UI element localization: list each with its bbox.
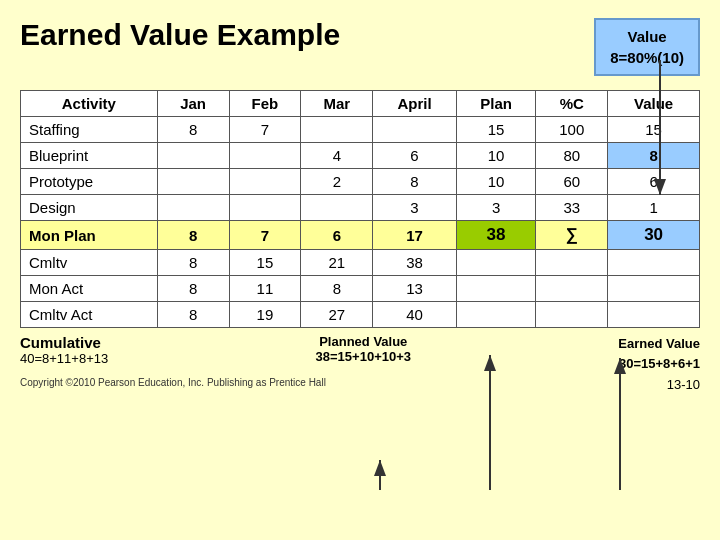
row-prototype-label: Prototype <box>21 169 158 195</box>
slide-number: 13-10 <box>667 377 700 392</box>
row-monplan-value: 30 <box>608 221 700 250</box>
col-april: April <box>373 91 457 117</box>
row-cmltvact-april: 40 <box>373 302 457 328</box>
row-blueprint-april: 6 <box>373 143 457 169</box>
cumulative-value: 40=8+11+8+13 <box>20 351 108 366</box>
row-blueprint-jan <box>157 143 229 169</box>
row-cmltvact-label: Cmltv Act <box>21 302 158 328</box>
value-box: Value 8=80%(10) <box>594 18 700 76</box>
row-cmltv-jan: 8 <box>157 250 229 276</box>
row-monplan-mar: 6 <box>301 221 373 250</box>
row-staffing-jan: 8 <box>157 117 229 143</box>
col-plan: Plan <box>456 91 536 117</box>
row-design-label: Design <box>21 195 158 221</box>
planned-value-line1: Planned Value <box>316 334 411 349</box>
table-row-cmltv: Cmltv 8 15 21 38 <box>21 250 700 276</box>
row-design-jan <box>157 195 229 221</box>
copyright-text: Copyright ©2010 Pearson Education, Inc. … <box>20 377 326 392</box>
table-header-row: Activity Jan Feb Mar April Plan %C Value <box>21 91 700 117</box>
earned-value-line1: Earned Value <box>618 334 700 354</box>
row-cmltvact-value <box>608 302 700 328</box>
row-monact-value <box>608 276 700 302</box>
main-table: Activity Jan Feb Mar April Plan %C Value… <box>20 90 700 328</box>
row-blueprint-feb <box>229 143 301 169</box>
row-cmltvact-mar: 27 <box>301 302 373 328</box>
row-cmltvact-jan: 8 <box>157 302 229 328</box>
row-staffing-mar <box>301 117 373 143</box>
row-prototype-value: 6 <box>608 169 700 195</box>
row-monact-plan <box>456 276 536 302</box>
value-box-line1: Value <box>627 28 666 45</box>
row-cmltvact-pc <box>536 302 608 328</box>
row-design-mar <box>301 195 373 221</box>
row-monplan-april: 17 <box>373 221 457 250</box>
header-row: Earned Value Example Value 8=80%(10) <box>20 18 700 76</box>
row-monplan-jan: 8 <box>157 221 229 250</box>
row-monact-label: Mon Act <box>21 276 158 302</box>
row-monplan-feb: 7 <box>229 221 301 250</box>
row-monact-feb: 11 <box>229 276 301 302</box>
col-feb: Feb <box>229 91 301 117</box>
planned-value-note: Planned Value 38=15+10+10+3 <box>316 334 411 364</box>
col-activity: Activity <box>21 91 158 117</box>
col-pc: %C <box>536 91 608 117</box>
row-blueprint-plan: 10 <box>456 143 536 169</box>
row-monplan-plan: 38 <box>456 221 536 250</box>
row-monact-mar: 8 <box>301 276 373 302</box>
row-cmltv-label: Cmltv <box>21 250 158 276</box>
row-design-pc: 33 <box>536 195 608 221</box>
table-row-mon-plan: Mon Plan 8 7 6 17 38 ∑ 30 <box>21 221 700 250</box>
row-prototype-mar: 2 <box>301 169 373 195</box>
row-prototype-feb <box>229 169 301 195</box>
row-staffing-value: 15 <box>608 117 700 143</box>
row-prototype-jan <box>157 169 229 195</box>
row-prototype-pc: 60 <box>536 169 608 195</box>
row-monact-april: 13 <box>373 276 457 302</box>
table-row: Staffing 8 7 15 100 15 <box>21 117 700 143</box>
row-design-value: 1 <box>608 195 700 221</box>
row-staffing-plan: 15 <box>456 117 536 143</box>
col-value: Value <box>608 91 700 117</box>
row-staffing-april <box>373 117 457 143</box>
row-cmltv-april: 38 <box>373 250 457 276</box>
row-prototype-plan: 10 <box>456 169 536 195</box>
row-staffing-pc: 100 <box>536 117 608 143</box>
row-cmltv-feb: 15 <box>229 250 301 276</box>
row-blueprint-pc: 80 <box>536 143 608 169</box>
row-design-plan: 3 <box>456 195 536 221</box>
col-mar: Mar <box>301 91 373 117</box>
table-row: Design 3 3 33 1 <box>21 195 700 221</box>
table-row-mon-act: Mon Act 8 11 8 13 <box>21 276 700 302</box>
col-jan: Jan <box>157 91 229 117</box>
cumulative-section: Cumulative 40=8+11+8+13 <box>20 334 108 366</box>
row-cmltv-value <box>608 250 700 276</box>
table-row: Blueprint 4 6 10 80 8 <box>21 143 700 169</box>
row-monplan-label: Mon Plan <box>21 221 158 250</box>
row-design-feb <box>229 195 301 221</box>
cumulative-title: Cumulative <box>20 334 108 351</box>
row-staffing-label: Staffing <box>21 117 158 143</box>
footer-row: Cumulative 40=8+11+8+13 Planned Value 38… <box>20 334 700 373</box>
row-staffing-feb: 7 <box>229 117 301 143</box>
page-title: Earned Value Example <box>20 18 340 52</box>
row-blueprint-mar: 4 <box>301 143 373 169</box>
row-cmltv-mar: 21 <box>301 250 373 276</box>
copyright-row: Copyright ©2010 Pearson Education, Inc. … <box>20 377 700 392</box>
row-blueprint-value: 8 <box>608 143 700 169</box>
value-box-line2: 8=80%(10) <box>610 49 684 66</box>
row-cmltvact-feb: 19 <box>229 302 301 328</box>
table-row-cmltv-act: Cmltv Act 8 19 27 40 <box>21 302 700 328</box>
planned-value-line2: 38=15+10+10+3 <box>316 349 411 364</box>
earned-value-line2: 30=15+8+6+1 <box>618 354 700 374</box>
row-cmltv-pc <box>536 250 608 276</box>
row-monact-pc <box>536 276 608 302</box>
earned-value-note: Earned Value 30=15+8+6+1 <box>618 334 700 373</box>
row-prototype-april: 8 <box>373 169 457 195</box>
row-monplan-pc: ∑ <box>536 221 608 250</box>
table-row: Prototype 2 8 10 60 6 <box>21 169 700 195</box>
row-cmltv-plan <box>456 250 536 276</box>
row-cmltvact-plan <box>456 302 536 328</box>
row-monact-jan: 8 <box>157 276 229 302</box>
row-design-april: 3 <box>373 195 457 221</box>
row-blueprint-label: Blueprint <box>21 143 158 169</box>
